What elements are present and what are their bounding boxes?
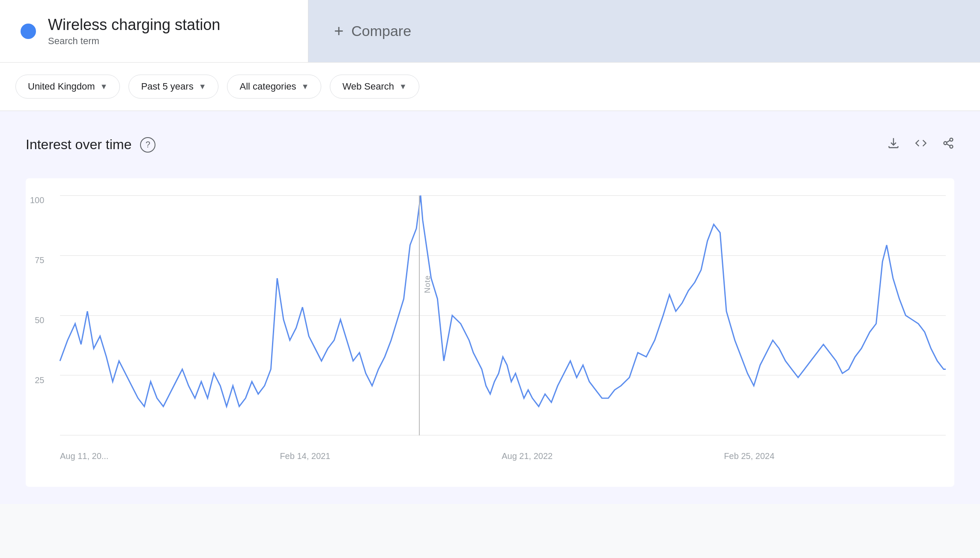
x-label-feb2024: Feb 25, 2024 <box>724 451 774 461</box>
search-type-chevron-icon: ▼ <box>399 82 407 91</box>
svg-point-0 <box>950 138 953 141</box>
category-chevron-icon: ▼ <box>302 82 309 91</box>
y-label-75: 75 <box>35 255 44 265</box>
search-type-filter[interactable]: Web Search ▼ <box>330 75 419 99</box>
y-label-100: 100 <box>30 195 44 205</box>
search-term-card: Wireless charging station Search term <box>0 0 308 62</box>
embed-button[interactable] <box>915 137 927 152</box>
search-type-filter-label: Web Search <box>342 81 394 92</box>
location-filter-label: United Kingdom <box>28 81 95 92</box>
search-term-title: Wireless charging station <box>48 15 220 34</box>
top-section: Wireless charging station Search term + … <box>0 0 980 63</box>
share-button[interactable] <box>942 137 954 152</box>
search-term-subtitle: Search term <box>48 36 220 47</box>
note-label: Note <box>423 275 432 293</box>
chart-container: 100 75 50 25 <box>26 178 954 487</box>
chart-title-area: Interest over time ? <box>26 137 155 153</box>
x-label-aug2022: Aug 21, 2022 <box>502 451 553 461</box>
y-label-25: 25 <box>35 375 44 385</box>
download-button[interactable] <box>887 137 899 152</box>
filters-section: United Kingdom ▼ Past 5 years ▼ All cate… <box>0 63 980 111</box>
svg-line-3 <box>947 144 950 146</box>
y-label-50: 50 <box>35 315 44 325</box>
time-range-filter[interactable]: Past 5 years ▼ <box>128 75 218 99</box>
help-icon[interactable]: ? <box>140 137 155 153</box>
time-range-chevron-icon: ▼ <box>199 82 206 91</box>
compare-label: Compare <box>351 23 411 39</box>
svg-line-4 <box>947 141 950 143</box>
chart-section: Interest over time ? <box>0 111 980 504</box>
svg-point-1 <box>944 142 947 145</box>
x-label-feb2021: Feb 14, 2021 <box>280 451 330 461</box>
time-range-filter-label: Past 5 years <box>141 81 193 92</box>
search-term-text: Wireless charging station Search term <box>48 15 220 47</box>
category-filter-label: All categories <box>239 81 296 92</box>
blue-dot-indicator <box>21 24 36 39</box>
compare-card[interactable]: + Compare <box>308 0 980 62</box>
x-axis: Aug 11, 20... Feb 14, 2021 Aug 21, 2022 … <box>60 451 946 461</box>
chart-area: 100 75 50 25 <box>60 195 946 461</box>
x-label-start: Aug 11, 20... <box>60 451 108 461</box>
chart-actions <box>887 137 954 152</box>
line-chart-svg <box>60 195 946 435</box>
location-filter[interactable]: United Kingdom ▼ <box>15 75 120 99</box>
plus-icon: + <box>334 22 344 40</box>
note-divider-line <box>419 195 420 435</box>
chart-title: Interest over time <box>26 137 131 153</box>
svg-point-2 <box>950 145 953 148</box>
category-filter[interactable]: All categories ▼ <box>227 75 321 99</box>
location-chevron-icon: ▼ <box>100 82 108 91</box>
y-axis: 100 75 50 25 <box>30 195 44 435</box>
chart-header: Interest over time ? <box>26 137 954 153</box>
